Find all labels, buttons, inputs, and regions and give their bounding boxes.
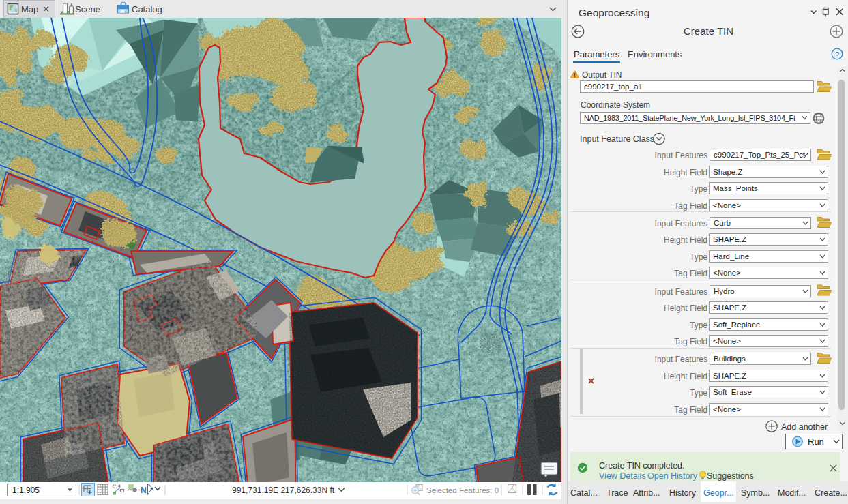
svg-text:Output TIN: Output TIN	[582, 70, 622, 80]
svg-text:Parameters: Parameters	[574, 49, 620, 59]
svg-text:Open History: Open History	[647, 471, 698, 481]
svg-text:Create TIN: Create TIN	[684, 25, 733, 37]
svg-text:Create...: Create...	[815, 488, 847, 498]
svg-text:Catalog: Catalog	[132, 4, 162, 14]
svg-text:Map: Map	[21, 4, 38, 14]
svg-text:Input Feature Class: Input Feature Class	[580, 134, 654, 144]
svg-text:Suggestions: Suggestions	[707, 471, 754, 481]
svg-text:View Details: View Details	[599, 471, 646, 481]
svg-text:Catal...: Catal...	[570, 488, 598, 498]
svg-text:?: ?	[835, 50, 839, 59]
svg-text:991,731.19E 217,626.33N ft: 991,731.19E 217,626.33N ft	[232, 486, 335, 495]
svg-text:Coordinate System: Coordinate System	[581, 100, 650, 110]
svg-text:Trace: Trace	[606, 488, 628, 498]
svg-text:Modif...: Modif...	[778, 488, 806, 498]
svg-text:Geoprocessing: Geoprocessing	[579, 7, 649, 18]
svg-text:N: N	[141, 486, 147, 495]
svg-text:Attrib...: Attrib...	[633, 488, 660, 498]
svg-text:Scene: Scene	[75, 4, 100, 14]
svg-text:Run: Run	[808, 436, 824, 447]
svg-text:Create TIN completed.: Create TIN completed.	[599, 461, 685, 471]
svg-text:Environments: Environments	[628, 49, 682, 59]
svg-text:Add another: Add another	[781, 422, 828, 432]
svg-text:Geopr...: Geopr...	[703, 488, 733, 498]
svg-text:1:1,905: 1:1,905	[12, 486, 40, 495]
svg-text:Selected Features: 0: Selected Features: 0	[426, 486, 499, 494]
svg-text:History: History	[669, 488, 697, 498]
svg-text:Symb...: Symb...	[741, 488, 770, 498]
